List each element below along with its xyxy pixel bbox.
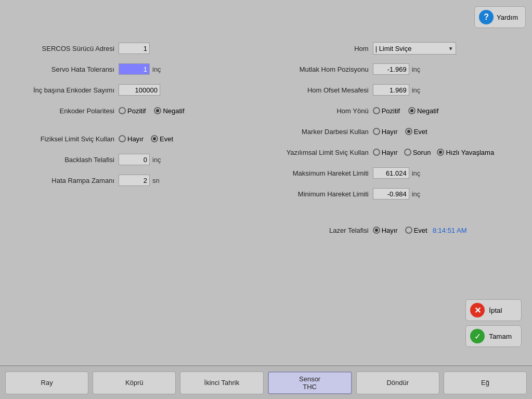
hata-rampa-label: Hata Rampa Zamanı [10, 177, 114, 184]
encoder-polarity-group: Pozitif Negatif [119, 107, 185, 115]
hom-yonu-group: Pozitif Negatif [373, 107, 439, 115]
hom-yonu-negatif-radio[interactable] [408, 107, 416, 114]
encoder-polarity-pozitif-radio[interactable] [119, 107, 126, 114]
mutlak-hom-row: Mutlak Hom Pozisyonu inç [254, 62, 522, 76]
marker-darbesi-evet[interactable]: Evet [405, 128, 427, 136]
hata-rampa-row: Hata Rampa Zamanı sn [10, 174, 233, 187]
hom-label: Hom [254, 45, 369, 52]
encoder-polarity-negatif-label: Negatif [163, 107, 184, 115]
servo-hata-input[interactable] [119, 63, 150, 75]
hom-yonu-pozitif[interactable]: Pozitif [373, 107, 400, 115]
fiziksel-limit-label: Fiziksel Limit Sviç Kullan [10, 135, 114, 143]
cancel-label: İptal [489, 307, 502, 314]
bottom-nav: Ray Köprü İkinci Tahrik Sensor THC Döndü… [0, 365, 532, 399]
mutlak-hom-input[interactable] [373, 63, 409, 75]
marker-darbesi-evet-label: Evet [414, 128, 427, 136]
encoder-polarity-pozitif[interactable]: Pozitif [119, 107, 146, 115]
lazer-hayir-radio[interactable] [373, 227, 380, 234]
maks-hareket-label: Maksimum Hareket Limiti [254, 169, 369, 177]
sercos-label: SERCOS Sürücü Adresi [10, 45, 114, 52]
hom-yonu-pozitif-radio[interactable] [373, 107, 380, 114]
nav-eg[interactable]: Eğ [444, 371, 527, 394]
ok-button[interactable]: ✓ Tamam [465, 325, 522, 347]
backlash-row: Backlash Telafisi inç [10, 153, 233, 166]
hata-rampa-input[interactable] [119, 175, 150, 186]
nav-sensor-thc[interactable]: Sensor THC [268, 371, 352, 394]
yazilimsal-limit-hizli-radio[interactable] [437, 149, 444, 156]
encoder-polarity-negatif[interactable]: Negatif [154, 107, 184, 115]
hom-ofset-input[interactable] [373, 84, 409, 96]
marker-darbesi-hayir-label: Hayır [382, 128, 398, 136]
lazer-hayir[interactable]: Hayır [373, 227, 398, 234]
form-section: SERCOS Sürücü Adresi Servo Hata Tolerans… [10, 42, 522, 244]
hom-dropdown-value: | Limit Sviçe [375, 45, 412, 52]
dropdown-arrow-icon: ▼ [448, 46, 453, 51]
hom-dropdown[interactable]: | Limit Sviçe ▼ [373, 42, 456, 55]
min-hareket-unit: inç [412, 190, 421, 198]
spacer1 [10, 125, 233, 132]
lazer-hayir-label: Hayır [382, 227, 398, 234]
lazer-evet-label: Evet [414, 227, 427, 234]
backlash-label: Backlash Telafisi [10, 156, 114, 164]
min-hareket-label: Minimum Hareket Limiti [254, 190, 369, 198]
hom-ofset-label: Hom Ofset Mesafesi [254, 86, 369, 94]
encoder-polarity-label: Enkoder Polaritesi [10, 107, 114, 115]
marker-darbesi-label: Marker Darbesi Kullan [254, 128, 369, 136]
encoder-polarity-pozitif-label: Pozitif [127, 107, 146, 115]
yazilimsal-limit-hayir-radio[interactable] [373, 149, 380, 156]
sercos-input[interactable] [119, 43, 150, 54]
hom-yonu-row: Hom Yönü Pozitif Negatif [254, 104, 522, 117]
backlash-input[interactable] [119, 154, 150, 165]
servo-hata-unit: inç [152, 65, 161, 73]
marker-darbesi-hayir[interactable]: Hayır [373, 128, 398, 136]
yazilimsal-limit-hizli-label: Hızlı Yavaşlama [446, 149, 494, 156]
fiziksel-limit-evet-radio[interactable] [151, 135, 158, 142]
marker-darbesi-hayir-radio[interactable] [373, 128, 380, 135]
cancel-icon: ✕ [470, 303, 485, 317]
marker-darbesi-group: Hayır Evet [373, 128, 427, 136]
time-display: 8:14:51 AM [433, 227, 467, 234]
help-button[interactable]: ? Yardım [474, 6, 526, 28]
hom-yonu-negatif[interactable]: Negatif [408, 107, 438, 115]
fiziksel-limit-hayir[interactable]: Hayır [119, 135, 144, 143]
help-icon: ? [479, 10, 494, 24]
nav-dondur[interactable]: Döndür [356, 371, 439, 394]
fiziksel-limit-evet[interactable]: Evet [151, 135, 173, 143]
encoder-count-row: İnç başına Enkoder Sayımı [10, 83, 233, 97]
right-panel: Hom | Limit Sviçe ▼ Mutlak Hom Pozisyonu… [254, 42, 522, 244]
ok-label: Tamam [489, 332, 512, 340]
action-buttons: ✕ İptal ✓ Tamam [465, 299, 522, 347]
yazilimsal-limit-sorun[interactable]: Sorun [404, 149, 431, 156]
hom-row: Hom | Limit Sviçe ▼ [254, 42, 522, 55]
fiziksel-limit-evet-label: Evet [160, 135, 173, 143]
encoder-polarity-negatif-radio[interactable] [154, 107, 161, 114]
yazilimsal-limit-label: Yazılımsal Limit Sviç Kullan [254, 149, 369, 156]
encoder-polarity-row: Enkoder Polaritesi Pozitif Negatif [10, 104, 233, 117]
encoder-count-label: İnç başına Enkoder Sayımı [10, 86, 114, 94]
min-hareket-row: Minimum Hareket Limiti inç [254, 187, 522, 201]
main-content: SERCOS Sürücü Adresi Servo Hata Tolerans… [10, 42, 522, 357]
nav-ray[interactable]: Ray [5, 371, 88, 394]
min-hareket-input[interactable] [373, 188, 409, 200]
sercos-row: SERCOS Sürücü Adresi [10, 42, 233, 55]
encoder-count-input[interactable] [119, 84, 160, 96]
yazilimsal-limit-sorun-radio[interactable] [404, 149, 411, 156]
yazilimsal-limit-hizli[interactable]: Hızlı Yavaşlama [437, 149, 494, 156]
nav-kopru[interactable]: Köprü [93, 371, 176, 394]
nav-ikinci-tahrik[interactable]: İkinci Tahrik [180, 371, 263, 394]
cancel-button[interactable]: ✕ İptal [465, 299, 522, 321]
mutlak-hom-unit: inç [412, 65, 421, 73]
lazer-evet[interactable]: Evet [405, 227, 427, 234]
fiziksel-limit-hayir-radio[interactable] [119, 135, 126, 142]
yazilimsal-limit-hayir[interactable]: Hayır [373, 149, 398, 156]
mutlak-hom-label: Mutlak Hom Pozisyonu [254, 65, 369, 73]
yazilimsal-limit-group: Hayır Sorun Hızlı Yavaşlama [373, 149, 495, 156]
lazer-evet-radio[interactable] [405, 227, 412, 234]
maks-hareket-input[interactable] [373, 167, 409, 179]
servo-hata-row: Servo Hata Toleransı inç [10, 62, 233, 76]
yazilimsal-limit-row: Yazılımsal Limit Sviç Kullan Hayır Sorun… [254, 145, 522, 159]
backlash-unit: inç [152, 156, 161, 164]
hom-yonu-label: Hom Yönü [254, 107, 369, 115]
lazer-label: Lazer Telafisi [254, 227, 369, 234]
marker-darbesi-evet-radio[interactable] [405, 128, 412, 135]
